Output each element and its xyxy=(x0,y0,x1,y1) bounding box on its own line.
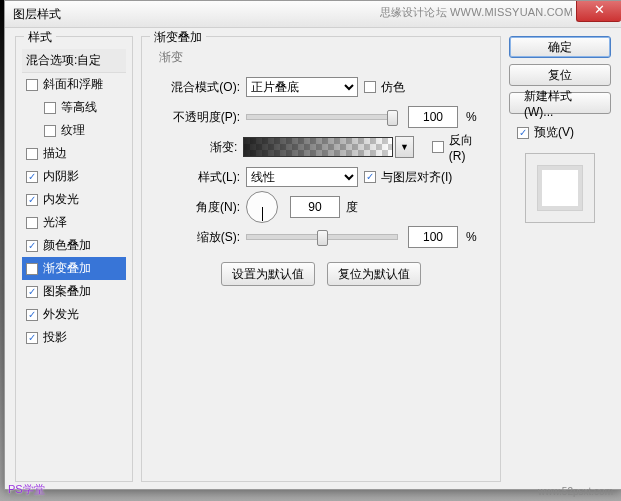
opacity-input[interactable] xyxy=(408,106,458,128)
checkbox-icon[interactable] xyxy=(26,194,38,206)
style-item-label: 斜面和浮雕 xyxy=(43,76,103,93)
gradient-menu-button[interactable]: ▼ xyxy=(395,136,414,158)
checkbox-icon[interactable] xyxy=(26,171,38,183)
style-item-5[interactable]: 内发光 xyxy=(22,188,126,211)
checkbox-icon[interactable] xyxy=(26,217,38,229)
style-item-8[interactable]: 渐变叠加 xyxy=(22,257,126,280)
opacity-unit: % xyxy=(466,110,477,124)
blend-options-header[interactable]: 混合选项:自定 xyxy=(22,49,126,73)
checkbox-icon xyxy=(364,171,376,183)
blend-mode-row: 混合模式(O): 正片叠底 仿色 xyxy=(154,76,488,98)
align-label: 与图层对齐(I) xyxy=(381,169,452,186)
style-item-10[interactable]: 外发光 xyxy=(22,303,126,326)
styles-group: 样式 混合选项:自定 斜面和浮雕等高线纹理描边内阴影内发光光泽颜色叠加渐变叠加图… xyxy=(15,36,133,482)
checkbox-icon[interactable] xyxy=(26,148,38,160)
blend-mode-select[interactable]: 正片叠底 xyxy=(246,77,358,97)
scale-unit: % xyxy=(466,230,477,244)
checkbox-icon xyxy=(432,141,444,153)
scale-input[interactable] xyxy=(408,226,458,248)
content-group-label: 渐变叠加 xyxy=(150,29,206,46)
watermark-bottom-left: PS学堂 xyxy=(8,482,45,497)
checkbox-icon[interactable] xyxy=(26,332,38,344)
styles-list: 混合选项:自定 斜面和浮雕等高线纹理描边内阴影内发光光泽颜色叠加渐变叠加图案叠加… xyxy=(22,49,126,349)
reset-default-button[interactable]: 复位为默认值 xyxy=(327,262,421,286)
layer-style-dialog: 图层样式 思缘设计论坛 WWW.MISSYUAN.COM ✕ 样式 混合选项:自… xyxy=(4,0,621,490)
checkbox-icon[interactable] xyxy=(26,309,38,321)
gradient-overlay-group: 渐变叠加 渐变 混合模式(O): 正片叠底 仿色 不透明度(P): % xyxy=(141,36,501,482)
style-item-0[interactable]: 斜面和浮雕 xyxy=(22,73,126,96)
checkbox-icon[interactable] xyxy=(26,263,38,275)
angle-input[interactable] xyxy=(290,196,340,218)
section-title: 渐变 xyxy=(159,49,488,66)
reverse-checkbox[interactable]: 反向(R) xyxy=(432,132,488,163)
preview-label: 预览(V) xyxy=(534,124,574,141)
watermark-bottom-right: www.52psxt.com xyxy=(538,486,613,497)
angle-label: 角度(N): xyxy=(154,199,246,216)
preview-inner xyxy=(537,165,583,211)
checkbox-icon[interactable] xyxy=(44,125,56,137)
gradient-swatch[interactable] xyxy=(243,137,392,157)
dither-label: 仿色 xyxy=(381,79,405,96)
style-label: 样式(L): xyxy=(154,169,246,186)
align-checkbox[interactable]: 与图层对齐(I) xyxy=(364,169,452,186)
slider-thumb[interactable] xyxy=(387,110,398,126)
ok-button[interactable]: 确定 xyxy=(509,36,611,58)
style-item-label: 纹理 xyxy=(61,122,85,139)
style-item-label: 投影 xyxy=(43,329,67,346)
watermark-top: 思缘设计论坛 WWW.MISSYUAN.COM xyxy=(380,5,573,20)
reverse-label: 反向(R) xyxy=(449,132,488,163)
side-buttons: 确定 复位 新建样式(W)... 预览(V) xyxy=(509,36,611,482)
checkbox-icon[interactable] xyxy=(44,102,56,114)
dialog-title: 图层样式 xyxy=(13,6,61,23)
style-select[interactable]: 线性 xyxy=(246,167,358,187)
slider-thumb[interactable] xyxy=(317,230,328,246)
style-item-label: 外发光 xyxy=(43,306,79,323)
style-item-label: 渐变叠加 xyxy=(43,260,91,277)
dither-checkbox[interactable]: 仿色 xyxy=(364,79,405,96)
style-item-label: 光泽 xyxy=(43,214,67,231)
checkbox-icon xyxy=(364,81,376,93)
new-style-button[interactable]: 新建样式(W)... xyxy=(509,92,611,114)
blend-mode-label: 混合模式(O): xyxy=(154,79,246,96)
preview-checkbox[interactable]: 预览(V) xyxy=(517,124,611,141)
style-item-label: 内阴影 xyxy=(43,168,79,185)
checkbox-icon[interactable] xyxy=(26,79,38,91)
gradient-label: 渐变: xyxy=(154,139,243,156)
style-item-11[interactable]: 投影 xyxy=(22,326,126,349)
style-item-4[interactable]: 内阴影 xyxy=(22,165,126,188)
angle-row: 角度(N): 度 xyxy=(154,196,488,218)
gradient-row: 渐变: ▼ 反向(R) xyxy=(154,136,488,158)
opacity-label: 不透明度(P): xyxy=(154,109,246,126)
style-item-7[interactable]: 颜色叠加 xyxy=(22,234,126,257)
checkbox-icon[interactable] xyxy=(26,286,38,298)
opacity-row: 不透明度(P): % xyxy=(154,106,488,128)
style-item-6[interactable]: 光泽 xyxy=(22,211,126,234)
style-row: 样式(L): 线性 与图层对齐(I) xyxy=(154,166,488,188)
style-item-9[interactable]: 图案叠加 xyxy=(22,280,126,303)
scale-label: 缩放(S): xyxy=(154,229,246,246)
angle-unit: 度 xyxy=(346,199,358,216)
style-item-label: 描边 xyxy=(43,145,67,162)
angle-dial[interactable] xyxy=(246,191,278,223)
scale-slider[interactable] xyxy=(246,234,398,240)
opacity-slider[interactable] xyxy=(246,114,398,120)
set-default-button[interactable]: 设置为默认值 xyxy=(221,262,315,286)
style-item-2[interactable]: 纹理 xyxy=(22,119,126,142)
style-item-1[interactable]: 等高线 xyxy=(22,96,126,119)
style-item-3[interactable]: 描边 xyxy=(22,142,126,165)
scale-row: 缩放(S): % xyxy=(154,226,488,248)
cancel-button[interactable]: 复位 xyxy=(509,64,611,86)
close-button[interactable]: ✕ xyxy=(576,1,621,22)
style-item-label: 图案叠加 xyxy=(43,283,91,300)
preview-thumbnail xyxy=(525,153,595,223)
style-item-label: 颜色叠加 xyxy=(43,237,91,254)
styles-group-label: 样式 xyxy=(24,29,56,46)
style-item-label: 内发光 xyxy=(43,191,79,208)
checkbox-icon xyxy=(517,127,529,139)
style-item-label: 等高线 xyxy=(61,99,97,116)
titlebar[interactable]: 图层样式 思缘设计论坛 WWW.MISSYUAN.COM ✕ xyxy=(5,1,621,28)
checkbox-icon[interactable] xyxy=(26,240,38,252)
